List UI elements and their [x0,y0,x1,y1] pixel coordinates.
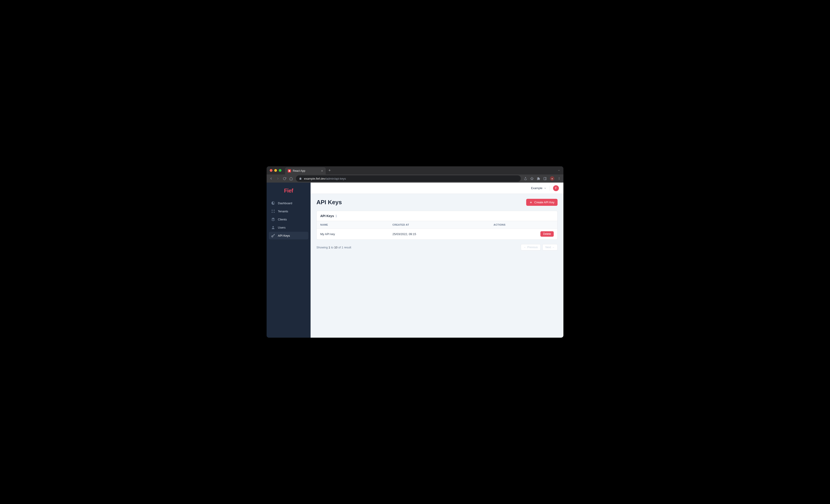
column-name: NAME [317,221,389,229]
sidebar-item-label: Tenants [278,210,288,213]
sidebar-item-label: Clients [278,218,287,221]
create-api-key-button[interactable]: Create API Key [526,199,557,206]
svg-point-4 [559,177,560,178]
api-keys-card: API Keys 1 NAME CREATED AT ACTIONS [316,211,557,240]
next-button[interactable]: Next → [542,244,557,250]
tabs-overflow-button[interactable] [557,169,560,172]
svg-marker-11 [272,218,275,220]
browser-chrome: ♛ React App × + [266,166,564,182]
sidebar-item-label: Users [278,226,286,229]
sidebar-item-users[interactable]: Users [269,224,308,231]
svg-point-10 [274,212,275,213]
layers-icon [271,217,275,221]
svg-point-13 [272,236,273,237]
svg-point-9 [272,212,273,213]
delete-button[interactable]: Delete [540,231,554,237]
sidebar-item-clients[interactable]: Clients [269,215,308,223]
sidebar-item-tenants[interactable]: Tenants [269,207,308,215]
pagination: Showing 1 to 10 of 1 result ← Previous [316,244,557,250]
window-close-button[interactable] [270,169,273,172]
user-icon [271,225,275,230]
nav-menu: Dashboard Tenants Clients [266,199,311,239]
previous-label: Previous [527,246,538,249]
profile-avatar[interactable]: ● [550,176,554,181]
address-bar: example.fief.dev/admin/api-keys ● [266,174,564,182]
brand-logo-text: Fief [284,188,293,194]
svg-rect-2 [544,177,546,180]
sidebar-item-api-keys[interactable]: API Keys [269,232,308,239]
forward-button[interactable] [276,177,280,180]
tenants-icon [271,209,275,213]
cell-created-at: 25/03/2022, 09:15 [389,229,490,240]
url-input[interactable]: example.fief.dev/admin/api-keys [296,175,521,182]
card-title: API Keys [320,214,334,218]
previous-button[interactable]: ← Previous [521,244,541,250]
sidebar-item-dashboard[interactable]: Dashboard [269,199,308,207]
arrow-right-icon: → [552,246,554,249]
next-label: Next [545,246,551,249]
table-header-row: NAME CREATED AT ACTIONS [317,221,557,229]
new-tab-button[interactable]: + [326,168,333,173]
tenant-label: Example [531,187,542,190]
plus-icon [529,201,533,204]
gauge-icon [271,201,275,205]
sidebar: Fief Dashboard Tenants [266,182,311,338]
api-keys-table: NAME CREATED AT ACTIONS My API key 25/03… [317,221,557,239]
avatar-initial: F [555,187,556,190]
svg-point-8 [274,210,275,211]
back-button[interactable] [269,177,273,180]
tab-favicon-icon: ♛ [288,169,291,172]
browser-toolbar-icons: ● [524,176,561,181]
reload-button[interactable] [283,177,286,180]
table-row: My API key 25/03/2022, 09:15 Delete [317,229,557,240]
panel-icon[interactable] [543,177,547,180]
traffic-lights [270,169,282,172]
arrow-left-icon: ← [524,246,526,249]
column-actions: ACTIONS [490,221,557,229]
app-container: Fief Dashboard Tenants [266,182,564,338]
star-icon[interactable] [530,177,534,180]
svg-point-7 [272,210,273,211]
lock-icon [299,177,302,180]
main-area: Example F API Keys Create API Key [311,182,564,338]
showing-text: Showing 1 to 10 of 1 result [316,246,351,249]
kebab-menu-icon[interactable] [557,177,561,180]
browser-tab[interactable]: ♛ React App × [285,167,326,174]
extensions-icon[interactable] [537,177,540,180]
sidebar-item-label: Dashboard [278,202,292,205]
window-minimize-button[interactable] [274,169,277,172]
cell-actions: Delete [490,229,557,240]
user-avatar[interactable]: F [553,185,559,191]
tab-bar: ♛ React App × + [266,166,564,174]
pagination-buttons: ← Previous Next → [521,244,557,250]
svg-point-5 [559,178,560,179]
svg-point-6 [559,179,560,180]
topbar: Example F [311,182,564,194]
window-maximize-button[interactable] [279,169,282,172]
tab-title: React App [293,169,305,172]
svg-line-15 [274,235,275,235]
svg-point-12 [273,226,274,228]
cell-name: My API key [317,229,389,240]
column-created-at: CREATED AT [389,221,490,229]
tenant-selector[interactable]: Example [531,187,546,190]
create-button-label: Create API Key [534,201,554,204]
chevron-down-icon [544,187,546,190]
card-header: API Keys 1 [317,211,557,221]
browser-window: ♛ React App × + [266,166,564,338]
content: API Keys Create API Key API Keys 1 [311,194,564,338]
page-title: API Keys [316,199,342,206]
share-icon[interactable] [524,177,527,180]
card-count: 1 [336,214,337,218]
brand-logo: Fief [266,186,311,199]
key-icon [271,234,275,238]
page-header: API Keys Create API Key [316,199,557,206]
home-button[interactable] [289,177,293,180]
url-text: example.fief.dev/admin/api-keys [304,177,346,180]
tab-close-button[interactable]: × [321,169,323,173]
svg-marker-1 [531,177,534,180]
sidebar-item-label: API Keys [278,234,290,237]
